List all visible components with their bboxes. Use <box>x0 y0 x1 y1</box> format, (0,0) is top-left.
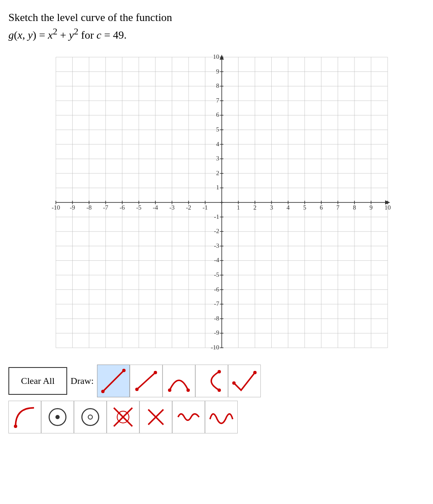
tool-curve-bottom-left[interactable] <box>8 401 41 433</box>
svg-point-4 <box>135 388 139 391</box>
svg-point-8 <box>218 370 221 373</box>
checkmark-icon <box>232 368 257 394</box>
circle-open-dot-icon <box>78 404 103 430</box>
title-area: Sketch the level curve of the function g… <box>8 10 425 43</box>
graph-container <box>8 50 425 357</box>
svg-point-12 <box>14 425 17 428</box>
x-mark-big-icon <box>110 404 136 430</box>
line-short-diagonal-icon <box>134 368 159 394</box>
tool-wave-small[interactable] <box>172 401 205 433</box>
graph-canvas[interactable] <box>38 50 395 357</box>
svg-point-15 <box>82 409 99 425</box>
wave-small-icon <box>176 404 201 430</box>
tool-icons-row <box>97 365 261 397</box>
title-line2: g(x, y) = x2 + y2 for c = 49. <box>8 25 425 43</box>
clear-all-button[interactable]: Clear All <box>8 367 67 395</box>
tool-line-diagonal[interactable] <box>97 365 130 397</box>
tool-circle-open-dot[interactable] <box>74 401 107 433</box>
tool-line-short-diagonal[interactable] <box>130 365 163 397</box>
title-line1: Sketch the level curve of the function <box>8 10 425 25</box>
svg-line-3 <box>137 373 155 389</box>
circle-dot-icon <box>45 404 70 430</box>
arch-up-icon <box>166 368 192 394</box>
controls-row: Clear All Draw: <box>8 365 425 397</box>
tool-x-mark-big[interactable] <box>107 401 139 433</box>
svg-point-16 <box>88 415 92 419</box>
curve-left-icon <box>199 368 224 394</box>
tool-x-mark-small[interactable] <box>139 401 172 433</box>
svg-point-10 <box>232 381 236 385</box>
tool-arch-up[interactable] <box>163 365 195 397</box>
svg-point-7 <box>186 388 190 392</box>
svg-point-2 <box>122 369 126 372</box>
svg-point-1 <box>101 390 105 393</box>
tool-curve-left[interactable] <box>195 365 228 397</box>
svg-point-6 <box>168 388 171 392</box>
svg-line-0 <box>103 370 124 391</box>
svg-point-11 <box>253 371 257 374</box>
svg-point-9 <box>218 388 221 392</box>
draw-label: Draw: <box>71 375 94 386</box>
svg-point-14 <box>55 415 60 419</box>
tool-circle-dot[interactable] <box>41 401 74 433</box>
line-diagonal-icon <box>101 368 126 394</box>
x-mark-small-icon <box>143 404 168 430</box>
tool-wave-big[interactable] <box>205 401 238 433</box>
wave-big-icon <box>209 404 234 430</box>
svg-point-5 <box>154 371 157 374</box>
curve-bottom-left-icon <box>12 404 37 430</box>
bottom-tools-row <box>8 401 425 433</box>
tool-checkmark[interactable] <box>228 365 261 397</box>
